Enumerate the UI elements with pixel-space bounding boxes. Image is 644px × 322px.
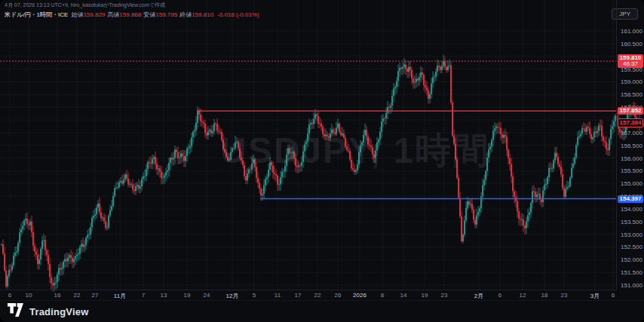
price-tick-label: 156.000	[621, 155, 642, 161]
chart-panel[interactable]: USDJPY, 1時間 4月 07, 2026 13:13 UTC+9, hir…	[0, 0, 644, 322]
ohlc-field: 始値159.829	[71, 11, 105, 18]
ohlc-field: 終値159.810	[179, 11, 213, 18]
tradingview-logo-icon[interactable]	[8, 303, 23, 320]
price-tick-label: 151.500	[621, 269, 642, 276]
price-tick-label: 155.500	[621, 167, 642, 174]
time-tick-label: 11	[274, 292, 281, 299]
time-tick-label: 8	[381, 292, 384, 299]
price-tick-label: 151.000	[621, 282, 642, 289]
snapshot-attribution: 4月 07, 2026 13:13 UTC+9, hiro_kasotukaがT…	[5, 2, 165, 9]
time-tick-label: 17	[295, 292, 302, 299]
time-tick-label: 19	[184, 292, 191, 299]
time-tick-label: 27	[92, 292, 99, 299]
price-tick-label: 152.500	[621, 244, 642, 250]
time-tick-label: 6	[612, 292, 615, 299]
price-line-badge[interactable]: 154.397	[618, 195, 643, 203]
tradingview-snapshot: USDJPY, 1時間 4月 07, 2026 13:13 UTC+9, hir…	[0, 0, 644, 322]
price-tick-label: 161.000	[621, 28, 642, 35]
time-tick-label: 16	[54, 292, 61, 299]
price-tick-label: 158.500	[621, 91, 642, 98]
time-tick-label: 22	[74, 292, 81, 299]
time-tick-label: 5	[253, 292, 256, 299]
time-tick-label: 23	[561, 292, 568, 299]
time-tick-label: 7	[142, 292, 145, 299]
price-tick-label: 159.000	[621, 78, 642, 85]
ohlc-field: 高値159.868	[107, 11, 141, 18]
price-line-badge[interactable]: 157.852	[618, 107, 643, 115]
time-tick-label: 12月	[226, 292, 239, 300]
price-tick-label: 160.500	[621, 40, 642, 47]
footer-bar: TradingView	[0, 300, 644, 322]
time-tick-label: 14	[400, 292, 407, 299]
time-tick-label: 3月	[590, 292, 600, 300]
time-tick-label: 23	[441, 292, 448, 299]
time-tick-label: 6	[498, 292, 501, 299]
price-scale[interactable]: 161.000160.500160.000159.500159.000158.5…	[616, 0, 644, 290]
price-tick-label: 156.500	[621, 142, 642, 149]
time-tick-label: 6	[8, 292, 11, 299]
time-tick-label: 26	[335, 292, 342, 299]
price-tick-label: 152.000	[621, 256, 642, 263]
symbol-title[interactable]: 米ドル/円・1時間・ICE	[5, 11, 68, 18]
time-tick-label: 18	[541, 292, 548, 299]
time-tick-label: 22	[314, 292, 321, 299]
time-scale[interactable]: 61016222711月713192412月511172226202681419…	[0, 290, 616, 299]
tradingview-brand-text[interactable]: TradingView	[29, 306, 89, 317]
price-tick-label: 154.000	[621, 205, 642, 212]
time-tick-label: 11月	[114, 292, 126, 300]
price-line-badge[interactable]: 159.81046:37	[618, 54, 643, 68]
price-tick-label: 153.500	[621, 218, 642, 225]
time-tick-label: 12	[520, 292, 526, 299]
symbol-legend: 米ドル/円・1時間・ICE始値159.829高値159.868安値159.795…	[5, 11, 259, 19]
time-tick-label: 2月	[474, 292, 483, 300]
time-tick-label: 10	[26, 292, 32, 299]
price-line-badge[interactable]: 157.384	[618, 118, 643, 127]
price-tick-label: 157.000	[621, 129, 642, 136]
change-value: -0.018 (-0.01%)	[217, 11, 259, 18]
bar-countdown: 46:37	[618, 61, 643, 67]
time-tick-label: 19	[422, 292, 428, 299]
time-tick-label: 24	[204, 292, 210, 299]
ohlc-values: 始値159.829高値159.868安値159.795終値159.810	[71, 11, 216, 18]
time-tick-label: 13	[161, 292, 167, 299]
price-tick-label: 153.000	[621, 231, 642, 238]
time-tick-label: 2026	[353, 292, 366, 299]
candlestick-chart[interactable]	[0, 0, 644, 322]
price-tick-label: 155.000	[621, 180, 642, 187]
ohlc-field: 安値159.795	[143, 11, 177, 18]
